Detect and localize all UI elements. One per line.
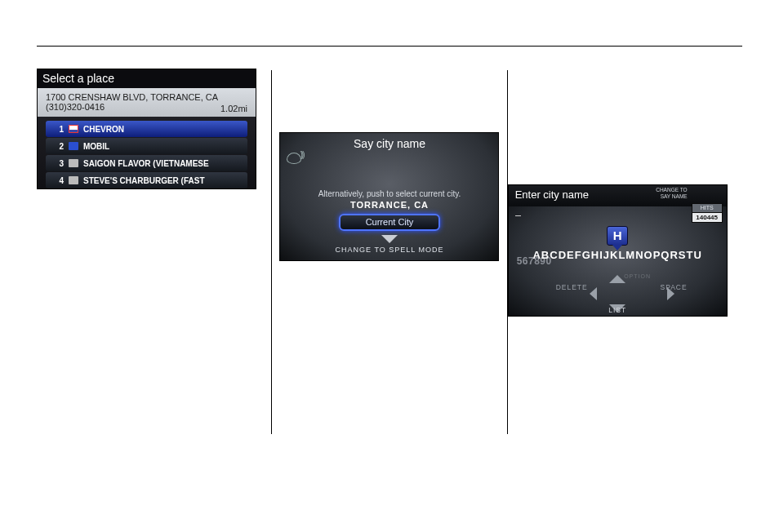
dpad-up-icon[interactable] [609,275,625,283]
category-icon [69,159,78,167]
screen1-list: 1 CHEVRON 2 MOBIL 3 SAIGON FLAVOR (VIETN… [38,117,256,194]
screen1-title: Select a place [38,69,256,88]
list-name: STEVE'S CHARBURGER (FAST [83,176,205,185]
screen3-title: Enter city name [509,185,589,201]
list-num: 3 [51,159,64,168]
list-item[interactable]: 3 SAIGON FLAVOR (VIETNAMESE [46,155,247,171]
option-label[interactable]: OPTION [624,273,651,279]
wheel-highlight: H [607,226,628,246]
hits-value: 140445 [692,212,723,223]
screen2-title: Say city name [280,133,498,150]
voice-icon: ))) [285,151,306,169]
down-arrow-icon [381,235,398,243]
screen1-distance: 1.02mi [220,104,247,113]
list-name: SAIGON FLAVOR (VIETNAMESE [83,159,209,168]
screen1-info: 1700 CRENSHAW BLVD, TORRANCE, CA (310)32… [38,88,256,117]
list-num: 4 [51,176,64,185]
current-city-button[interactable]: Current City [339,214,440,231]
brand-icon [69,125,78,133]
screen1-address: 1700 CRENSHAW BLVD, TORRANCE, CA [46,92,247,102]
column-2: Say city name ))) Alternatively, push to… [272,57,506,483]
screen2-city: TORRANCE, CA [280,200,498,210]
space-label[interactable]: SPACE [660,283,687,291]
list-item[interactable]: 2 MOBIL [46,138,247,154]
screen-enter-city: Enter city name CHANGE TO SAY NAME HITS … [508,184,728,317]
change-to-say-name[interactable]: CHANGE TO SAY NAME [656,187,687,200]
column-1: Select a place 1700 CRENSHAW BLVD, TORRA… [37,57,271,483]
screen2-footer: CHANGE TO SPELL MODE [280,246,498,254]
list-label[interactable]: LIST [608,306,626,314]
screen2-subtitle: Alternatively, push to select current ci… [280,189,498,198]
hits-box: HITS 140445 [692,203,723,223]
screen-select-place: Select a place 1700 CRENSHAW BLVD, TORRA… [37,69,256,189]
screen-say-city: Say city name ))) Alternatively, push to… [279,132,499,261]
category-icon [69,176,78,184]
wheel-letters: ABCDEFGHIJKLMNOPQRSTU [532,249,701,261]
list-num: 1 [51,125,64,134]
screen1-phone: (310)320-0416 [46,102,105,112]
brand-icon [69,142,78,150]
list-item[interactable]: 4 STEVE'S CHARBURGER (FAST [46,172,247,188]
list-name: CHEVRON [83,125,124,134]
list-item[interactable]: 1 CHEVRON [46,121,247,137]
horizontal-rule [37,46,742,47]
column-3: Enter city name CHANGE TO SAY NAME HITS … [508,57,742,483]
list-num: 2 [51,142,64,151]
letter-wheel[interactable]: 567890 ABCDEFGHIJKLMNOPQRSTU H [509,249,727,277]
dpad-left-icon[interactable] [590,287,597,300]
list-name: MOBIL [83,142,109,151]
delete-label[interactable]: DELETE [556,283,588,291]
entry-field[interactable] [515,208,521,218]
